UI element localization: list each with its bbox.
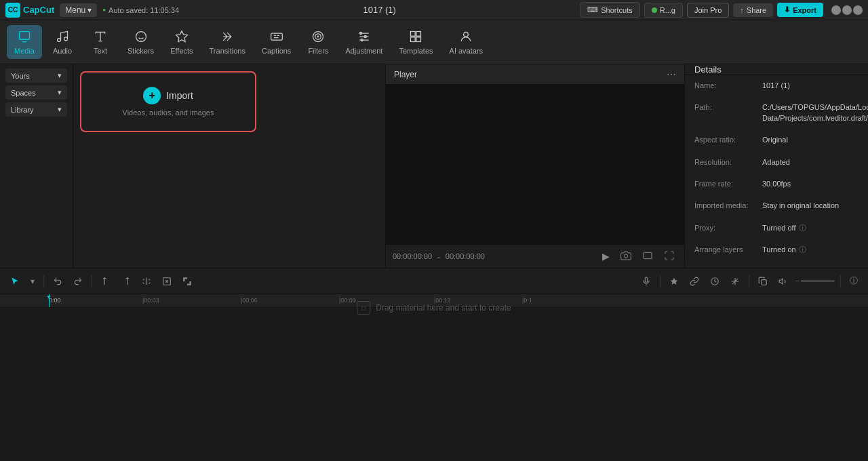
name-value: 1017 (1) — [762, 81, 859, 91]
select-tool-button[interactable] — [7, 274, 23, 289]
spaces-dropdown[interactable]: Spaces ▾ — [5, 85, 67, 100]
close-button[interactable] — [853, 5, 863, 15]
templates-icon — [408, 29, 423, 44]
volume-slider-container: − — [795, 277, 835, 285]
yours-dropdown[interactable]: Yours ▾ — [5, 68, 67, 83]
drag-hint-text: Drag material here and start to create — [376, 303, 511, 313]
share-button[interactable]: ↑ Share — [733, 3, 773, 17]
details-header: Details — [685, 64, 868, 75]
crop-button[interactable] — [179, 274, 195, 289]
filters-label: Filters — [308, 47, 328, 55]
player-area: Player ⋯ 00:00:00:00 - 00:00:00:00 ▶ — [386, 64, 685, 268]
copy-frame-button[interactable] — [755, 274, 771, 289]
tool-audio[interactable]: Audio — [45, 25, 80, 59]
filters-icon — [311, 29, 326, 44]
select-chevron-button[interactable]: ▾ — [27, 274, 38, 289]
delete-button[interactable] — [159, 274, 175, 289]
screenshot-button[interactable] — [618, 249, 634, 264]
tool-effects[interactable]: Effects — [163, 25, 199, 59]
pro-label: R...g — [660, 6, 675, 14]
tool-ai-avatars[interactable]: AI avatars — [443, 25, 490, 59]
app-name: CapCut — [23, 5, 54, 15]
arrange-layers-info-icon[interactable]: ⓘ — [799, 245, 806, 255]
volume-slider[interactable] — [801, 280, 835, 282]
timeline-toolbar: ▾ — [0, 268, 868, 294]
shortcuts-button[interactable]: ⌨ Shortcuts — [580, 2, 639, 18]
minimize-button[interactable] — [831, 5, 841, 15]
redo-button[interactable] — [70, 274, 86, 289]
toolbar-separator-1 — [43, 275, 44, 287]
keyframe-button[interactable] — [666, 274, 682, 289]
tool-filters[interactable]: Filters — [300, 25, 336, 59]
undo-button[interactable] — [50, 274, 66, 289]
name-label: Name: — [694, 81, 762, 91]
split-button[interactable] — [138, 274, 155, 289]
tool-adjustment[interactable]: Adjustment — [338, 25, 389, 59]
player-canvas — [386, 85, 684, 244]
ruler-mark-3: |00:03 — [142, 297, 159, 304]
player-menu-icon[interactable]: ⋯ — [667, 69, 676, 80]
transitions-label: Transitions — [210, 47, 245, 55]
ruler-mark-15: |0:1 — [522, 297, 532, 304]
detail-proxy-row: Proxy: Turned off ⓘ — [685, 218, 868, 239]
settings-button[interactable]: ⓘ — [846, 273, 861, 289]
join-pro-button[interactable]: Join Pro — [687, 3, 729, 18]
yours-label: Yours — [11, 72, 30, 80]
link-button[interactable] — [686, 274, 703, 289]
player-time-end: 00:00:00:00 — [446, 252, 485, 260]
pro-account-button[interactable]: R...g — [644, 3, 683, 18]
tool-transitions[interactable]: Transitions — [203, 25, 252, 59]
toolbar-separator-3 — [660, 275, 660, 287]
detail-imported-media-row: Imported media: Stay in original locatio… — [685, 195, 868, 217]
library-chevron-icon: ▾ — [58, 105, 62, 114]
menu-button[interactable]: Menu ▾ — [60, 3, 97, 17]
ai-avatars-label: AI avatars — [450, 47, 484, 55]
maximize-button[interactable] — [842, 5, 852, 15]
autosave-indicator: Auto saved: 11:05:34 — [102, 6, 179, 14]
timeline-content: 0:00 |00:03 |00:06 |00:09 |00:12 |0:1 □ … — [0, 294, 868, 461]
text-icon — [93, 29, 108, 44]
keyboard-icon: ⌨ — [587, 5, 598, 14]
tool-media[interactable]: Media — [7, 25, 42, 59]
arrange-layers-value-container: Turned on ⓘ — [762, 245, 806, 255]
svg-rect-9 — [416, 32, 421, 37]
split-start-button[interactable] — [98, 274, 114, 289]
library-dropdown[interactable]: Library ▾ — [5, 102, 67, 117]
media-icon — [17, 29, 32, 44]
spaces-label: Spaces — [11, 89, 36, 97]
aspect-ratio-label: Aspect ratio: — [694, 135, 762, 145]
library-label: Library — [11, 106, 34, 114]
tool-templates[interactable]: Templates — [392, 25, 439, 59]
detail-aspect-row: Aspect ratio: Original — [685, 129, 868, 151]
captions-label: Captions — [262, 47, 291, 55]
timeline-playhead[interactable] — [49, 294, 50, 307]
tool-bar: Media Audio Text Stickers Effects Transi… — [0, 20, 868, 64]
tool-captions[interactable]: Captions — [255, 25, 298, 59]
import-button[interactable]: + Import Videos, audios, and images — [80, 71, 256, 132]
proxy-info-icon[interactable]: ⓘ — [799, 223, 806, 233]
tool-text[interactable]: Text — [83, 25, 118, 59]
svg-point-2 — [64, 37, 68, 41]
media-area: + Import Videos, audios, and images — [73, 64, 386, 268]
play-button[interactable]: ▶ — [599, 249, 612, 263]
ruler-mark-9: |00:09 — [339, 297, 356, 304]
title-bar: CC CapCut Menu ▾ Auto saved: 11:05:34 10… — [0, 0, 868, 20]
stickers-icon — [134, 29, 149, 44]
menu-chevron-icon: ▾ — [87, 5, 92, 15]
ai-avatars-icon — [458, 29, 473, 44]
volume-button[interactable] — [775, 274, 791, 289]
export-button[interactable]: ⬇ Export — [777, 3, 823, 17]
project-title: 1017 (1) — [184, 5, 574, 15]
split-end-button[interactable] — [118, 274, 134, 289]
adjustment-label: Adjustment — [345, 47, 382, 55]
player-time-start: 00:00:00:00 — [393, 252, 432, 260]
mic-button[interactable] — [638, 274, 654, 289]
tool-stickers[interactable]: Stickers — [121, 25, 161, 59]
freeze-button[interactable] — [727, 274, 743, 289]
timeline-tracks: 0:00 |00:03 |00:06 |00:09 |00:12 |0:1 □ … — [0, 294, 868, 461]
window-controls — [831, 5, 863, 15]
speed-button[interactable] — [707, 274, 723, 289]
fullscreen-button[interactable] — [661, 249, 677, 264]
aspect-ratio-button[interactable] — [639, 249, 656, 264]
volume-minus-icon: − — [795, 277, 800, 285]
